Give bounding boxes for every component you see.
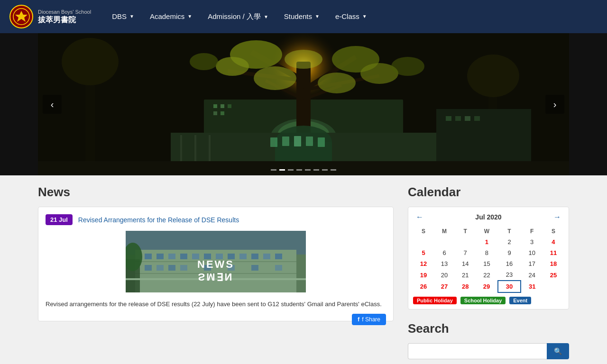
svg-point-24 [254,66,296,90]
calendar-title: Calendar [408,185,569,200]
carousel-dot-5[interactable] [313,169,319,171]
carousel-wrapper: ‹ › [0,33,607,175]
calendar-day[interactable]: 28 [455,281,476,292]
calendar-day[interactable]: 31 [521,281,543,292]
main-content: News 21 Jul Revised Arrangements for the… [38,175,569,364]
svg-rect-6 [228,104,231,108]
calendar-day[interactable]: 7 [455,247,476,258]
cal-header-s0: S [413,226,434,237]
carousel-dot-0[interactable] [271,169,276,171]
calendar-legend: Public Holiday School Holiday Event [413,297,564,304]
calendar-day [434,237,455,247]
news-link[interactable]: Revised Arrangements for the Release of … [78,216,239,224]
calendar-day[interactable]: 30 [498,281,521,292]
cal-header-m: M [434,226,455,237]
svg-rect-7 [213,111,217,115]
calendar-next-btn[interactable]: → [551,212,564,222]
search-input[interactable] [408,343,547,359]
calendar-day[interactable]: 10 [521,247,543,258]
legend-public-holiday: Public Holiday [413,297,457,304]
calendar-day[interactable]: 2 [498,237,521,247]
carousel-dot-4[interactable] [305,169,311,171]
carousel-prev-btn[interactable]: ‹ [43,95,62,114]
calendar-grid: S M T W T F S 12345678910111213141516171… [413,226,564,293]
svg-point-28 [285,50,322,69]
calendar-day[interactable]: 21 [455,269,476,281]
news-section: News 21 Jul Revised Arrangements for the… [38,185,394,359]
carousel-image [38,33,569,175]
nav-academics[interactable]: Academics▼ [143,9,199,24]
calendar-prev-btn[interactable]: ← [413,212,426,222]
school-logo [9,5,33,28]
carousel-dot-3[interactable] [296,169,302,171]
carousel-next-btn[interactable]: › [545,95,564,114]
nav-brand[interactable]: Diocesan Boys' School 拔萃男書院 [9,5,91,28]
calendar-day[interactable]: 16 [498,258,521,269]
cal-header-w: W [476,226,497,237]
svg-point-30 [62,38,119,85]
nav-dbs[interactable]: DBS▼ [105,9,141,24]
calendar-day[interactable]: 5 [413,247,434,258]
eclass-caret: ▼ [362,14,367,19]
svg-rect-47 [465,116,470,121]
nav-admission[interactable]: Admission / 入學▼ [201,9,275,25]
calendar-day[interactable]: 24 [521,269,543,281]
calendar-day[interactable]: 4 [543,237,564,247]
nav-eclass[interactable]: e-Class▼ [329,9,374,24]
calendar-day[interactable]: 1 [476,237,497,247]
calendar-day[interactable]: 14 [455,258,476,269]
calendar-day[interactable]: 12 [413,258,434,269]
calendar-box: ← Jul 2020 → S M T W T F [408,207,569,309]
calendar-day[interactable]: 3 [521,237,543,247]
calendar-day[interactable]: 17 [521,258,543,269]
news-card: 21 Jul Revised Arrangements for the Rele… [38,207,394,321]
calendar-day[interactable]: 20 [434,269,455,281]
nav-students[interactable]: Students▼ [277,9,326,24]
svg-point-26 [190,53,218,70]
search-icon: 🔍 [554,347,562,355]
calendar-day[interactable]: 27 [434,281,455,292]
navbar: Diocesan Boys' School 拔萃男書院 DBS▼ Academi… [0,0,607,33]
calendar-day[interactable]: 15 [476,258,497,269]
calendar-day[interactable]: 26 [413,281,434,292]
svg-rect-5 [221,104,224,108]
carousel-dot-2[interactable] [288,169,294,171]
calendar-day[interactable]: 8 [476,247,497,258]
right-column: Calendar ← Jul 2020 → S M T W [408,185,569,359]
fb-share-label: f Share [362,316,380,323]
search-section: Search 🔍 [408,321,569,359]
calendar-day[interactable]: 22 [476,269,497,281]
svg-rect-8 [221,111,224,115]
svg-rect-40 [282,136,289,146]
news-date-badge: 21 Jul [46,214,73,225]
calendar-day[interactable]: 13 [434,258,455,269]
carousel-dot-1[interactable] [279,169,285,171]
svg-rect-46 [455,116,461,121]
dbs-caret: ▼ [129,14,134,19]
svg-point-27 [391,57,424,76]
calendar-day[interactable]: 29 [476,281,497,292]
fb-share-button[interactable]: f f Share [352,314,386,325]
calendar-day[interactable]: 25 [543,269,564,281]
news-body: Revised arrangements for the release of … [46,300,386,309]
calendar-day[interactable]: 9 [498,247,521,258]
calendar-day[interactable]: 11 [543,247,564,258]
calendar-day[interactable]: 23 [498,269,521,281]
carousel-dot-7[interactable] [331,169,336,171]
svg-point-21 [216,57,249,76]
cal-header-t0: T [455,226,476,237]
news-title: News [38,185,394,200]
calendar-day[interactable]: 18 [543,258,564,269]
calendar-section: Calendar ← Jul 2020 → S M T W [408,185,569,309]
carousel-dot-6[interactable] [322,169,328,171]
svg-rect-49 [38,161,569,175]
news-image: NEWS SMƎN [126,231,306,292]
svg-point-32 [467,55,519,97]
calendar-day[interactable]: 6 [434,247,455,258]
calendar-day[interactable]: 19 [413,269,434,281]
news-item-header: 21 Jul Revised Arrangements for the Rele… [46,214,386,225]
search-button[interactable]: 🔍 [547,343,569,359]
svg-rect-42 [306,136,313,146]
svg-point-25 [318,73,356,93]
news-image-text-overlay: NEWS SMƎN [135,258,296,283]
